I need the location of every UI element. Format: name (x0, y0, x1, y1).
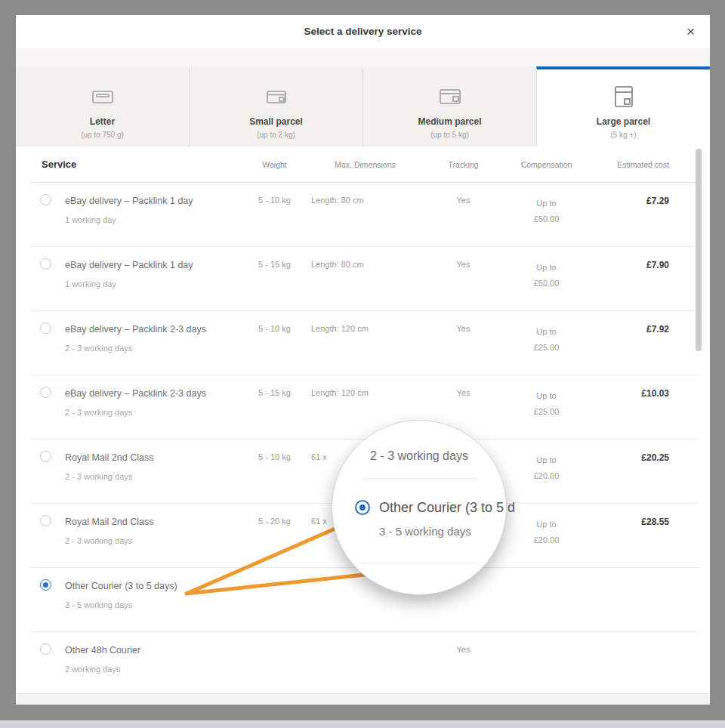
weight-value (242, 568, 307, 631)
radio-dot (43, 582, 48, 588)
delivery-service-modal: Select a delivery service × Letter (up t… (16, 15, 710, 705)
tab-medium-parcel[interactable]: Medium parcel (up to 5 kg) (362, 66, 536, 147)
small-parcel-icon (264, 85, 289, 109)
service-duration: 3 - 5 working days (65, 600, 242, 609)
dimensions-value: Length: 120 cm (307, 311, 424, 375)
radio-button[interactable] (40, 322, 51, 334)
magnified-duration-above: 2 - 3 working days (332, 449, 506, 463)
magnifier-callout: 2 - 3 working days Other Courier (3 to 5… (332, 420, 507, 595)
large-parcel-icon (611, 85, 637, 109)
radio-button[interactable] (40, 258, 51, 270)
radio-button[interactable] (40, 579, 51, 591)
estimated-cost: £28.55 (590, 504, 669, 567)
compensation-prefix: Up to (503, 260, 590, 276)
magnified-service-duration: 3 - 5 working days (379, 525, 471, 538)
compensation-value: Up to £25.00 (503, 311, 590, 375)
table-row[interactable]: eBay delivery – Packlink 2-3 days 2 - 3 … (31, 311, 699, 375)
weight-value: 5 - 20 kg (242, 504, 307, 567)
tab-sublabel: (5 kg +) (610, 131, 636, 139)
estimated-cost: £20.25 (590, 440, 669, 503)
scrollbar-thumb[interactable] (696, 149, 702, 351)
tab-sublabel: (up to 2 kg) (257, 131, 295, 139)
magnifier-divider (361, 478, 477, 479)
magnifier-divider (361, 563, 477, 563)
weight-value: 5 - 10 kg (242, 183, 307, 246)
radio-dot (359, 504, 366, 511)
table-row[interactable]: eBay delivery – Packlink 1 day 1 working… (31, 247, 699, 311)
compensation-prefix: Up to (503, 452, 590, 468)
tracking-value: Yes (424, 183, 503, 246)
service-name: Other 48h Courier (65, 645, 242, 656)
medium-parcel-icon (437, 85, 464, 109)
tab-sublabel: (up to 5 kg) (430, 131, 469, 139)
service-name: eBay delivery – Packlink 2-3 days (65, 388, 242, 399)
estimated-cost: £7.92 (590, 311, 669, 375)
tab-sublabel: (up to 750 g) (81, 131, 124, 139)
tab-label: Small parcel (249, 116, 303, 127)
service-name: eBay delivery – Packlink 2-3 days (65, 324, 242, 335)
weight-value: 5 - 10 kg (242, 440, 307, 503)
tab-large-parcel[interactable]: Large parcel (5 kg +) (536, 66, 710, 147)
compensation-amount: £50.00 (503, 211, 590, 227)
compensation-prefix: Up to (503, 517, 590, 532)
radio-button[interactable] (40, 451, 51, 462)
modal-header: Select a delivery service × (16, 15, 710, 48)
radio-button[interactable] (40, 194, 51, 205)
bottom-edge-strip (0, 720, 725, 728)
radio-button[interactable] (40, 515, 51, 526)
tab-label: Medium parcel (418, 116, 481, 127)
weight-value (242, 632, 307, 696)
table-row[interactable]: eBay delivery – Packlink 1 day 1 working… (31, 183, 699, 247)
header-estimated-cost: Estimated cost (590, 160, 669, 169)
compensation-amount: £20.00 (503, 468, 590, 484)
letter-icon (90, 85, 116, 109)
service-name: eBay delivery – Packlink 1 day (65, 260, 242, 270)
tab-letter[interactable]: Letter (up to 750 g) (16, 66, 189, 147)
header-compensation: Compensation (503, 160, 590, 169)
radio-button[interactable] (40, 643, 51, 655)
package-type-tabs: Letter (up to 750 g) Small parcel (up to… (16, 66, 710, 147)
service-duration: 1 working day (65, 279, 242, 288)
tracking-value: Yes (424, 311, 503, 375)
tab-label: Letter (90, 116, 115, 127)
service-duration: 2 - 3 working days (65, 408, 242, 417)
table-header-row: Service Weight Max. Dimensions Tracking … (31, 147, 699, 183)
table-row[interactable]: Other Courier (3 to 5 days) 3 - 5 workin… (31, 568, 699, 632)
dimensions-value: Length: 80 cm (307, 247, 424, 310)
tab-small-parcel[interactable]: Small parcel (up to 2 kg) (189, 66, 362, 147)
service-duration: 2 working days (65, 665, 242, 674)
compensation-prefix: Up to (503, 324, 590, 340)
compensation-value: Up to £20.00 (503, 440, 590, 503)
service-name: eBay delivery – Packlink 1 day (65, 196, 242, 206)
compensation-amount: £25.00 (503, 340, 590, 356)
compensation-amount: £25.00 (503, 404, 590, 420)
compensation-prefix: Up to (503, 196, 590, 211)
table-row[interactable]: Other 48h Courier 2 working days Yes (31, 632, 699, 696)
service-duration: 2 - 3 working days (65, 472, 242, 481)
service-duration: 1 working day (65, 215, 242, 224)
header-tracking: Tracking (424, 160, 503, 169)
compensation-amount: £50.00 (503, 276, 590, 292)
tab-label: Large parcel (597, 116, 650, 127)
modal-footer-strip (16, 693, 710, 705)
compensation-value: Up to £25.00 (503, 375, 590, 439)
modal-title: Select a delivery service (16, 15, 710, 48)
header-weight: Weight (242, 160, 307, 169)
estimated-cost (590, 632, 669, 696)
table-row[interactable]: eBay delivery – Packlink 2-3 days 2 - 3 … (31, 375, 699, 440)
compensation-amount: £20.00 (503, 532, 590, 548)
header-strip (16, 48, 710, 66)
radio-button[interactable] (40, 387, 51, 398)
service-table: Service Weight Max. Dimensions Tracking … (16, 147, 710, 696)
service-name: Other Courier (3 to 5 days) (65, 581, 242, 591)
service-name: Royal Mail 2nd Class (65, 517, 242, 527)
estimated-cost: £7.90 (590, 247, 669, 310)
service-name: Royal Mail 2nd Class (65, 452, 242, 463)
header-service: Service (31, 159, 242, 170)
tracking-value: Yes (424, 247, 503, 310)
compensation-value: Up to £50.00 (503, 247, 590, 310)
service-duration: 2 - 3 working days (65, 536, 242, 545)
close-icon[interactable]: × (686, 23, 695, 40)
compensation-value: Up to £20.00 (503, 504, 590, 567)
dimensions-value (307, 632, 424, 696)
